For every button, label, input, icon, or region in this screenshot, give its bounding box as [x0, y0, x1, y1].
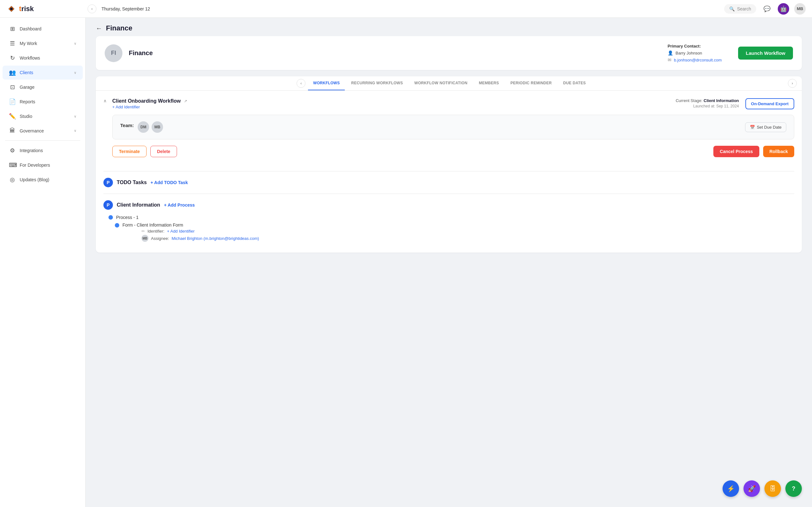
updates-icon: ◎: [9, 176, 16, 183]
contact-name: Barry Johnson: [676, 51, 702, 55]
tab-members[interactable]: MEMBERS: [474, 76, 504, 90]
fab-rocket[interactable]: 🚀: [744, 481, 760, 497]
my-work-chevron: ∨: [74, 42, 77, 46]
sidebar-divider: [5, 140, 80, 141]
sidebar-label-governance: Governance: [20, 128, 70, 133]
layout: ⊞ Dashboard ☰ My Work ∨ ↻ Workflows 👥 Cl…: [0, 18, 812, 507]
team-label: Team:: [120, 123, 134, 128]
assignee-row: MB Assignee: Michael Brighton (m.brighto…: [142, 235, 259, 242]
external-link-icon[interactable]: ↗: [184, 99, 187, 103]
add-process-link[interactable]: + Add Process: [164, 203, 195, 208]
process-row: Process - 1: [108, 215, 794, 220]
tabs-header: ‹ WORKFLOWS RECURRING WORKFLOWS WORKFLOW…: [96, 76, 802, 91]
client-info-section-header: P Client Information + Add Process: [103, 200, 794, 210]
studio-chevron: ∨: [74, 114, 77, 118]
workflow-body: Client Onboarding Workflow ↗ + Add Ident…: [112, 98, 794, 165]
sidebar-item-for-developers[interactable]: ⌨ For Developers: [3, 158, 83, 172]
workflow-header: Client Onboarding Workflow ↗ + Add Ident…: [112, 98, 794, 110]
client-info-icon: P: [103, 200, 113, 210]
tab-nav-right[interactable]: ›: [788, 79, 797, 88]
sidebar-item-governance[interactable]: 🏛 Governance ∨: [3, 124, 83, 137]
team-row: Team: DM MB 📅 Set Due Date: [120, 121, 786, 133]
search-icon: 🔍: [729, 6, 734, 11]
add-todo-link[interactable]: + Add TODO Task: [151, 180, 188, 185]
governance-chevron: ∨: [74, 129, 77, 133]
tabs-content: ∧ Client Onboarding Workflow ↗ + Add Ide…: [96, 91, 802, 252]
sidebar-label-garage: Garage: [20, 84, 77, 90]
chat-icon-btn[interactable]: 💬: [761, 3, 773, 14]
client-name: Finance: [129, 49, 153, 57]
team-avatars: DM MB: [138, 121, 745, 133]
tab-nav-left[interactable]: ‹: [297, 79, 305, 88]
sidebar-label-my-work: My Work: [20, 41, 70, 46]
add-identifier-form-link[interactable]: + Add Identifier: [167, 229, 194, 233]
clients-chevron: ∨: [74, 71, 77, 75]
user-avatar[interactable]: MB: [794, 3, 806, 14]
main-content: ← Finance FI Finance Primary Contact: 👤 …: [86, 18, 812, 507]
assignee-link[interactable]: Michael Brighton (m.brighton@brightideas…: [171, 236, 259, 241]
my-work-icon: ☰: [9, 40, 16, 47]
set-due-date-button[interactable]: 📅 Set Due Date: [745, 122, 786, 132]
cancel-process-button[interactable]: Cancel Process: [713, 146, 759, 157]
identifier-icon: ✏: [142, 229, 145, 233]
tabs-container: ‹ WORKFLOWS RECURRING WORKFLOWS WORKFLOW…: [96, 76, 802, 252]
sidebar-item-garage[interactable]: ⊡ Garage: [3, 80, 83, 94]
on-demand-export-button[interactable]: On-Demand Export: [745, 98, 794, 109]
date-nav-back[interactable]: ‹: [88, 4, 96, 13]
back-button[interactable]: ←: [96, 25, 102, 32]
search-bar[interactable]: 🔍 Search: [724, 4, 756, 14]
identifier-row: ✏ Identifier: + Add Identifier: [142, 229, 259, 233]
tab-recurring-workflows[interactable]: RECURRING WORKFLOWS: [346, 76, 408, 90]
tab-workflow-notification[interactable]: WORKFLOW NOTIFICATION: [409, 76, 472, 90]
email-icon: ✉: [668, 57, 671, 62]
search-label: Search: [737, 6, 751, 11]
delete-button[interactable]: Delete: [150, 146, 177, 157]
fab-help[interactable]: ?: [785, 481, 802, 497]
sidebar-label-dashboard: Dashboard: [20, 26, 77, 32]
add-identifier-link[interactable]: + Add Identifier: [112, 105, 140, 109]
separator-1: [103, 171, 794, 171]
sidebar-item-updates-blog[interactable]: ◎ Updates (Blog): [3, 173, 83, 187]
sidebar-label-updates-blog: Updates (Blog): [20, 177, 77, 182]
sidebar-item-integrations[interactable]: ⚙ Integrations: [3, 144, 83, 158]
ai-avatar: 🤖: [778, 3, 789, 14]
page-header: ← Finance: [86, 18, 812, 36]
form-row: Form - Client Information Form ✏ Identif…: [115, 222, 794, 243]
tab-workflows[interactable]: WORKFLOWS: [308, 76, 345, 90]
fab-archive[interactable]: 🗄: [764, 481, 781, 497]
fab-lightning[interactable]: ⚡: [722, 481, 739, 497]
sidebar-item-my-work[interactable]: ☰ My Work ∨: [3, 37, 83, 50]
identifier-label: Identifier:: [148, 229, 164, 233]
launched-at-value: Sep 11, 2024: [716, 104, 739, 108]
current-stage-label: Current Stage: Client Information: [676, 98, 739, 103]
sidebar-item-workflows[interactable]: ↻ Workflows: [3, 51, 83, 65]
svg-point-1: [10, 7, 13, 10]
process-dot: [108, 215, 113, 220]
tab-periodic-reminder[interactable]: PERIODIC REMINDER: [505, 76, 557, 90]
sidebar-label-integrations: Integrations: [20, 148, 77, 153]
sidebar-item-reports[interactable]: 📄 Reports: [3, 95, 83, 109]
launch-workflow-button[interactable]: Launch Workflow: [738, 47, 793, 60]
logo: trisk: [6, 4, 83, 14]
todo-section-header: P TODO Tasks + Add TODO Task: [103, 178, 794, 187]
team-section: Team: DM MB 📅 Set Due Date: [112, 115, 794, 139]
terminate-button[interactable]: Terminate: [112, 146, 147, 157]
contact-email[interactable]: b.jonhson@drconsult.com: [674, 58, 722, 62]
process-label: Process - 1: [116, 215, 139, 220]
for-developers-icon: ⌨: [9, 162, 16, 169]
sidebar-item-clients[interactable]: 👥 Clients ∨: [3, 66, 83, 79]
sidebar-item-dashboard[interactable]: ⊞ Dashboard: [3, 22, 83, 36]
governance-icon: 🏛: [9, 127, 16, 134]
topbar-right: 🔍 Search 💬 🤖 MB: [724, 3, 806, 14]
team-avatar-dm: DM: [138, 121, 149, 133]
calendar-icon: 📅: [750, 125, 755, 130]
tab-due-dates[interactable]: DUE DATES: [558, 76, 591, 90]
form-details: Form - Client Information Form ✏ Identif…: [122, 222, 259, 243]
rollback-button[interactable]: Rollback: [763, 146, 794, 157]
workflow-title: Client Onboarding Workflow: [112, 98, 181, 104]
workflow-meta: Current Stage: Client Information Launch…: [676, 98, 739, 108]
workflow-collapse-btn[interactable]: ∧: [103, 98, 107, 103]
sidebar-item-studio[interactable]: ✏️ Studio ∨: [3, 109, 83, 123]
clients-icon: 👥: [9, 69, 16, 76]
sidebar-label-workflows: Workflows: [20, 55, 77, 60]
